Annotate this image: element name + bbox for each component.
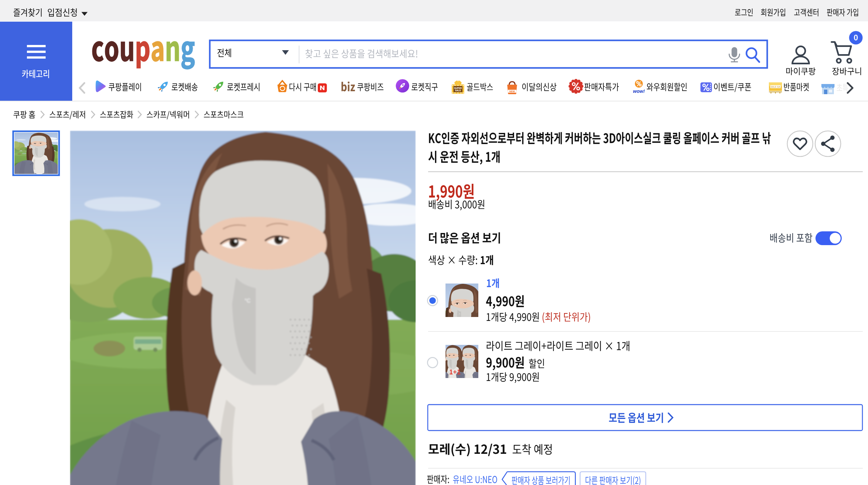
svg-text:NEW: NEW bbox=[509, 90, 515, 93]
svg-text:SALE SA: SALE SA bbox=[771, 86, 780, 88]
svg-text:SUPER: SUPER bbox=[454, 87, 462, 89]
svg-text:SALE: SALE bbox=[455, 89, 461, 92]
svg-text:wow!: wow! bbox=[633, 89, 645, 94]
